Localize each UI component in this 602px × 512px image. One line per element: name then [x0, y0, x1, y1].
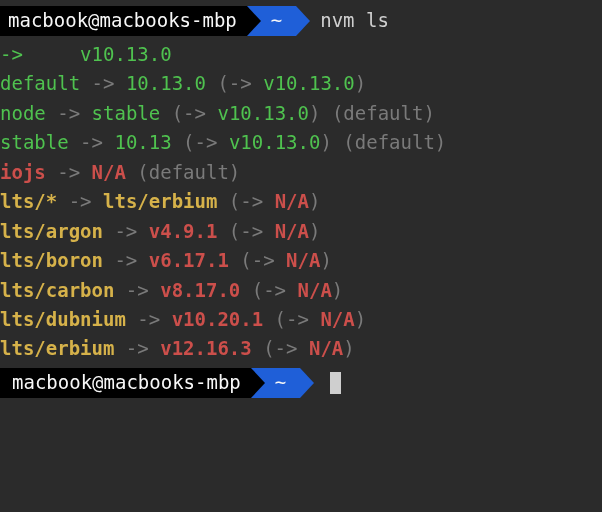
output-current: -> v10.13.0 — [0, 40, 602, 69]
output-iojs: iojs -> N/A (default) — [0, 158, 602, 187]
map-arrow: -> — [286, 308, 309, 330]
alias-target: v10.13.0 — [217, 102, 309, 124]
paren-close: ) — [343, 337, 354, 359]
paren-close: ) — [309, 220, 320, 242]
alias-extra: (default) — [332, 102, 435, 124]
output-lts-carbon: lts/carbon -> v8.17.0 (-> N/A) — [0, 276, 602, 305]
map-arrow: -> — [240, 190, 263, 212]
paren-open: ( — [217, 72, 228, 94]
paren-open: ( — [229, 190, 240, 212]
arrow: -> — [57, 102, 80, 124]
arrow: -> — [126, 279, 149, 301]
output-lts-star: lts/* -> lts/erbium (-> N/A) — [0, 187, 602, 216]
map-arrow: -> — [229, 72, 252, 94]
map-arrow: -> — [240, 220, 263, 242]
lts-target: v10.20.1 — [172, 308, 264, 330]
lts-target: v4.9.1 — [149, 220, 218, 242]
output-lts-dubnium: lts/dubnium -> v10.20.1 (-> N/A) — [0, 305, 602, 334]
prompt-userhost: macbook@macbooks-mbp — [0, 6, 247, 36]
terminal[interactable]: macbook@macbooks-mbp ~ nvm ls -> v10.13.… — [0, 0, 602, 398]
lts-name: lts/boron — [0, 249, 103, 271]
paren-open: ( — [240, 249, 251, 271]
paren-close: ) — [355, 72, 366, 94]
map-arrow: -> — [275, 337, 298, 359]
paren-open: ( — [229, 220, 240, 242]
alias-name: node — [0, 102, 46, 124]
arrow: -> — [137, 308, 160, 330]
dir-text: ~ — [275, 368, 286, 397]
prompt-line: macbook@macbooks-mbp ~ nvm ls — [0, 6, 602, 36]
alias-target: v10.13.0 — [229, 131, 321, 153]
lts-v: N/A — [275, 220, 309, 242]
map-arrow: -> — [183, 102, 206, 124]
lts-target: v8.17.0 — [160, 279, 240, 301]
paren-open: ( — [263, 337, 274, 359]
paren-close: ) — [332, 279, 343, 301]
lts-name: lts/argon — [0, 220, 103, 242]
lts-v: N/A — [275, 190, 309, 212]
command-text: nvm ls — [320, 6, 389, 35]
lts-v: N/A — [320, 308, 354, 330]
arrow: -> — [114, 220, 137, 242]
cursor — [330, 372, 341, 394]
paren-open: ( — [172, 102, 183, 124]
paren-open: ( — [252, 279, 263, 301]
current-version: v10.13.0 — [80, 43, 172, 65]
alias-extra: (default) — [343, 131, 446, 153]
paren-open: ( — [275, 308, 286, 330]
lts-v: N/A — [298, 279, 332, 301]
userhost-text: macbook@macbooks-mbp — [12, 368, 241, 397]
alias-target: v10.13.0 — [263, 72, 355, 94]
lts-name: lts/carbon — [0, 279, 114, 301]
alias-name: stable — [0, 131, 69, 153]
paren-close: ) — [355, 308, 366, 330]
paren-close: ) — [309, 102, 320, 124]
arrow: -> — [80, 131, 103, 153]
prompt-line[interactable]: macbook@macbooks-mbp ~ — [0, 368, 602, 398]
iojs-name: iojs — [0, 161, 46, 183]
arrow: -> — [57, 161, 80, 183]
lts-name: lts/dubnium — [0, 308, 126, 330]
output-lts-erbium: lts/erbium -> v12.16.3 (-> N/A) — [0, 334, 602, 363]
paren-close: ) — [320, 131, 331, 153]
arrow: -> — [69, 190, 92, 212]
lts-name: lts/erbium — [0, 337, 114, 359]
output-lts-argon: lts/argon -> v4.9.1 (-> N/A) — [0, 217, 602, 246]
output-alias-default: default -> 10.13.0 (-> v10.13.0) — [0, 69, 602, 98]
dir-text: ~ — [271, 6, 282, 35]
alias-ver: stable — [92, 102, 161, 124]
alias-name: default — [0, 72, 80, 94]
lts-v: N/A — [286, 249, 320, 271]
paren-close: ) — [320, 249, 331, 271]
lts-target: v12.16.3 — [160, 337, 252, 359]
userhost-text: macbook@macbooks-mbp — [8, 6, 237, 35]
map-arrow: -> — [195, 131, 218, 153]
output-alias-stable: stable -> 10.13 (-> v10.13.0) (default) — [0, 128, 602, 157]
prompt-userhost: macbook@macbooks-mbp — [0, 368, 251, 398]
arrow: -> — [92, 72, 115, 94]
iojs-target: N/A — [92, 161, 126, 183]
current-arrow: -> — [0, 43, 23, 65]
map-arrow: -> — [252, 249, 275, 271]
alias-ver: 10.13 — [114, 131, 171, 153]
arrow: -> — [114, 249, 137, 271]
alias-ver: 10.13.0 — [126, 72, 206, 94]
lts-target: lts/erbium — [103, 190, 217, 212]
output-alias-node: node -> stable (-> v10.13.0) (default) — [0, 99, 602, 128]
map-arrow: -> — [263, 279, 286, 301]
paren-close: ) — [309, 190, 320, 212]
paren-open: ( — [183, 131, 194, 153]
arrow: -> — [126, 337, 149, 359]
output-lts-boron: lts/boron -> v6.17.1 (-> N/A) — [0, 246, 602, 275]
iojs-extra: (default) — [137, 161, 240, 183]
lts-v: N/A — [309, 337, 343, 359]
lts-target: v6.17.1 — [149, 249, 229, 271]
lts-name: lts/* — [0, 190, 57, 212]
